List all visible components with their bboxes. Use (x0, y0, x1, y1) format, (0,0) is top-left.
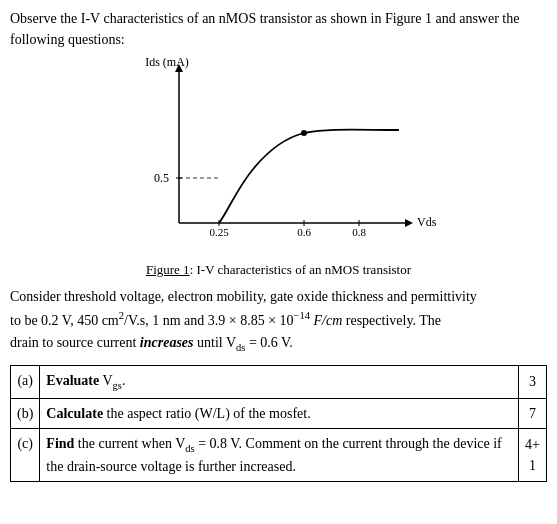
question-c-body: Find the current when Vds = 0.8 V. Comme… (40, 428, 519, 482)
questions-table: (a) Evaluate Vgs. 3 (b) Calculate the as… (10, 365, 547, 482)
x-tick-06: 0.6 (297, 226, 311, 238)
iv-curve (219, 130, 399, 223)
figure-label: Figure 1 (146, 262, 190, 277)
question-b-body: Calculate the aspect ratio (W/L) of the … (40, 398, 519, 428)
question-letter-b: (b) (11, 398, 40, 428)
question-a-body: Evaluate Vgs. (40, 366, 519, 399)
y-axis-label: Ids (mA) (145, 58, 189, 69)
question-b-marks: 7 (519, 398, 547, 428)
intro-text: Observe the I-V characteristics of an nM… (10, 11, 519, 47)
question-row-a: (a) Evaluate Vgs. 3 (11, 366, 547, 399)
question-a-bold: Evaluate (46, 373, 99, 388)
figure-container: Ids (mA) Vds (V) 0.5 0.25 0.6 0.8 (10, 58, 547, 278)
question-c-bold: Find (46, 436, 74, 451)
iv-graph: Ids (mA) Vds (V) 0.5 0.25 0.6 0.8 (119, 58, 439, 258)
x-tick-025: 0.25 (209, 226, 229, 238)
question-c-marks: 4+1 (519, 428, 547, 482)
body-line2: to be 0.2 V, 450 cm2/V.s, 1 nm and 3.9 ×… (10, 313, 441, 328)
question-letter-a: (a) (11, 366, 40, 399)
question-letter-c: (c) (11, 428, 40, 482)
intro-paragraph: Observe the I-V characteristics of an nM… (10, 8, 547, 50)
svg-marker-3 (405, 219, 413, 227)
x-axis-label: Vds (V) (417, 215, 439, 229)
question-row-c: (c) Find the current when Vds = 0.8 V. C… (11, 428, 547, 482)
body-line1: Consider threshold voltage, electron mob… (10, 289, 477, 304)
question-b-bold: Calculate (46, 406, 103, 421)
graph-area: Ids (mA) Vds (V) 0.5 0.25 0.6 0.8 (119, 58, 439, 258)
question-a-marks: 3 (519, 366, 547, 399)
y-tick-05: 0.5 (154, 171, 169, 185)
body-line3: drain to source current increases until … (10, 335, 293, 350)
body-text: Consider threshold voltage, electron mob… (10, 286, 547, 357)
saturation-dot (301, 130, 307, 136)
figure-caption: Figure 1: I-V characteristics of an nMOS… (146, 262, 411, 278)
x-tick-08: 0.8 (352, 226, 366, 238)
question-row-b: (b) Calculate the aspect ratio (W/L) of … (11, 398, 547, 428)
